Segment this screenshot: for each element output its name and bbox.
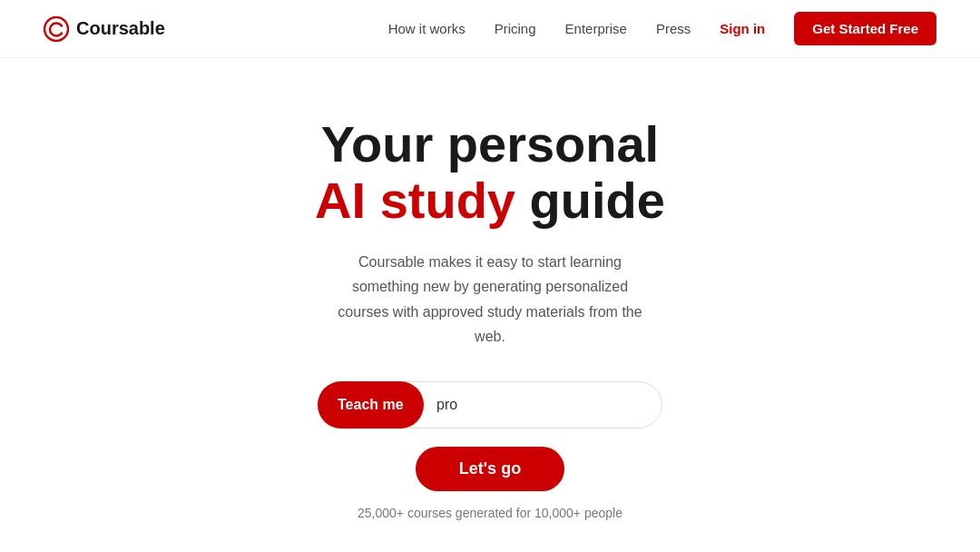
hero-title: Your personal AI study guide bbox=[315, 116, 665, 228]
nav-press[interactable]: Press bbox=[656, 21, 691, 36]
nav-links: How it works Pricing Enterprise Press Si… bbox=[388, 12, 936, 45]
hero-title-accent: AI study bbox=[315, 172, 515, 229]
svg-point-0 bbox=[44, 17, 68, 41]
logo-icon bbox=[44, 16, 69, 42]
teach-me-button[interactable]: Teach me bbox=[318, 381, 424, 429]
logo[interactable]: Coursable bbox=[44, 16, 165, 42]
hero-title-line2: guide bbox=[530, 172, 665, 229]
nav-signin[interactable]: Sign in bbox=[720, 21, 765, 36]
logo-text: Coursable bbox=[76, 18, 165, 39]
teach-me-input-row: Teach me bbox=[318, 381, 662, 429]
nav-pricing[interactable]: Pricing bbox=[495, 21, 536, 36]
course-stats: 25,000+ courses generated for 10,000+ pe… bbox=[358, 506, 622, 520]
nav-get-started-button[interactable]: Get Started Free bbox=[794, 12, 936, 45]
lets-go-button[interactable]: Let's go bbox=[416, 447, 564, 491]
nav-enterprise[interactable]: Enterprise bbox=[565, 21, 627, 36]
navbar: Coursable How it works Pricing Enterpris… bbox=[0, 0, 980, 58]
hero-subtitle: Coursable makes it easy to start learnin… bbox=[327, 250, 653, 349]
hero-title-line1: Your personal bbox=[321, 115, 659, 172]
nav-how-it-works[interactable]: How it works bbox=[388, 21, 466, 36]
hero-section: Your personal AI study guide Coursable m… bbox=[0, 58, 980, 552]
